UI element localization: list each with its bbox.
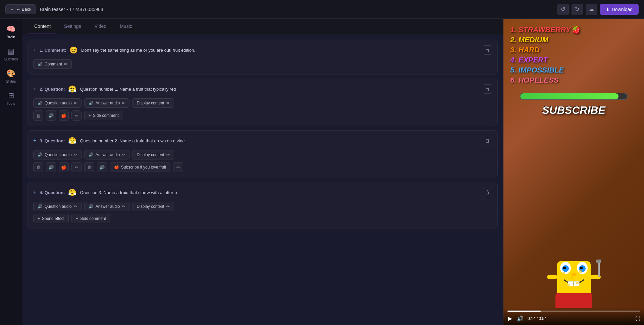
item-3-delete-button[interactable]: 🗑 [483,136,492,145]
comment-audio-icon: 🔊 [38,62,43,66]
tabs-bar: Content Settings Video Music [22,19,503,34]
item-1-text: Don't say the same thing as me or you ar… [81,48,479,53]
item-3-pencil-button-b[interactable]: ✏ [173,162,183,172]
item-2-header: + 2. Question: 😤 Question number 1. Name… [33,84,492,94]
item-4-sound-effect-button[interactable]: + Sound effect [33,214,69,223]
q-audio-edit-icon: ✏ [74,101,77,105]
item-3-row2: 🗑 🔊 🍎 ✏ 🗑 🔊 🍎 Subscribe if you love frui… [33,162,492,172]
item-1-block: + 1. Comment: 😊 Don't say the same thing… [28,40,498,75]
item-3-trash-button-b[interactable]: 🗑 [84,162,94,172]
redo-icon[interactable]: ↻ [572,4,583,15]
a-audio-label: Answer audio [96,101,120,105]
subscribe-emoji-icon: 🍎 [114,165,119,170]
comment-audio-button[interactable]: 🔊 Comment ✏ [33,59,72,69]
back-button[interactable]: ← ← Back [5,4,36,14]
item-3-pencil-button-a[interactable]: ✏ [71,162,82,172]
item-4-text: Question 3. Name a fruid that startw wit… [80,190,479,195]
side-comment-label-2: Side comment [93,113,119,118]
item-3-subscribe-button[interactable]: 🍎 Subscribe if you love fruit [110,162,170,172]
topbar: ← ← Back Brain teaser - 1724476035964 ↺ … [0,0,644,19]
content-scroll[interactable]: + 1. Comment: 😊 Don't say the same thing… [22,34,503,325]
item-2-answer-audio-button[interactable]: 🔊 Answer audio ✏ [84,98,130,108]
q-audio-edit-4: ✏ [74,204,77,209]
a-audio-edit-4: ✏ [122,204,125,209]
cloud-icon[interactable]: ☁ [586,4,597,15]
spongebob-svg [547,241,601,308]
svg-point-19 [576,282,579,284]
item-1-add-icon[interactable]: + [33,47,36,53]
display-content-label-3: Display content [137,152,164,157]
difficulty-item-2: 2. MEDIUM [510,36,580,44]
item-2-add-icon[interactable]: + [33,86,36,92]
content-area: Content Settings Video Music + 1. Commen… [22,19,503,325]
item-4-label: 4. Question: [40,190,65,195]
play-button[interactable]: ▶ [507,315,513,322]
item-2-question-audio-button[interactable]: 🔊 Question audio ✏ [33,98,82,108]
subscribe-text: SUBSCRIBE [510,104,637,117]
item-4-display-content-button[interactable]: Display content ✏ [132,202,174,211]
item-4-question-audio-button[interactable]: 🔊 Question audio ✏ [33,202,82,211]
a-audio-icon: 🔊 [89,101,94,105]
item-2-pencil-button[interactable]: ✏ [71,110,82,121]
item-4-side-comment-button[interactable]: + Side comment [71,214,110,223]
item-2-sound-button[interactable]: 🔊 [46,110,56,121]
difficulty-item-1: 1. STRAWBERRY🍓 [510,26,580,34]
volume-button[interactable]: 🔊 [516,315,524,322]
item-3-sound-button-a[interactable]: 🔊 [46,162,56,172]
download-button[interactable]: ⬇ Download [600,4,639,15]
svg-rect-14 [596,260,601,263]
sound-effect-plus-icon: + [38,216,40,221]
item-2-display-content-button[interactable]: Display content ✏ [132,98,174,108]
back-arrow-icon: ← [10,7,14,12]
a-audio-edit-icon: ✏ [122,101,125,105]
a-audio-label-4: Answer audio [96,204,120,209]
video-content: 1. STRAWBERRY🍓 2. MEDIUM 3. HARD 4. EXPE… [503,19,644,325]
item-3-add-icon[interactable]: + [33,138,36,144]
difficulty-list: 1. STRAWBERRY🍓 2. MEDIUM 3. HARD 4. EXPE… [510,26,580,86]
item-2-side-comment-button[interactable]: + Side comment [84,111,123,120]
sidebar-item-styles[interactable]: 🎨 Styles [2,66,20,87]
a-audio-label-3: Answer audio [96,152,120,157]
q-audio-edit-3: ✏ [74,152,77,157]
sound-effect-label: Sound effect [42,216,64,221]
item-3-emoji: 😤 [68,137,76,145]
preview-panel: 1. STRAWBERRY🍓 2. MEDIUM 3. HARD 4. EXPE… [503,19,644,325]
item-1-actions: 🔊 Comment ✏ [33,59,492,69]
tab-music[interactable]: Music [113,19,139,34]
display-content-edit-3: ✏ [166,152,170,157]
svg-rect-11 [547,275,557,279]
item-3-sound-button-b[interactable]: 🔊 [97,162,107,172]
tab-video[interactable]: Video [88,19,113,34]
item-3-display-content-button[interactable]: Display content ✏ [132,150,174,159]
q-audio-label-4: Question audio [45,204,72,209]
item-4-add-icon[interactable]: + [33,189,36,195]
item-2-emoji-button[interactable]: 🍎 [59,110,69,121]
item-4-answer-audio-button[interactable]: 🔊 Answer audio ✏ [84,202,130,211]
progress-bar-fill [520,93,619,99]
styles-icon: 🎨 [6,69,15,78]
svg-point-16 [571,277,573,279]
item-1-delete-button[interactable]: 🗑 [483,45,492,55]
sidebar-item-tools[interactable]: ⊞ Tools [2,88,20,109]
item-3-label: 3. Question: [40,138,65,143]
tab-content[interactable]: Content [28,19,57,34]
q-audio-icon: 🔊 [38,101,43,105]
back-label: ← Back [16,7,32,12]
q-audio-icon-3: 🔊 [38,152,43,157]
video-progress-track[interactable] [507,311,640,312]
item-2-delete-button[interactable]: 🗑 [483,84,492,94]
item-2-label: 2. Question: [40,87,65,92]
item-3-trash-button-a[interactable]: 🗑 [33,162,43,172]
item-2-trash-button[interactable]: 🗑 [33,110,43,121]
sidebar-item-subtitles[interactable]: ▤ Subtitles [2,44,20,64]
display-content-label-4: Display content [137,204,164,209]
fullscreen-button[interactable]: ⛶ [635,316,640,321]
undo-icon[interactable]: ↺ [557,4,569,15]
item-4-delete-button[interactable]: 🗑 [483,188,492,197]
item-3-answer-audio-button[interactable]: 🔊 Answer audio ✏ [84,150,130,159]
tab-settings[interactable]: Settings [57,19,88,34]
sidebar-item-brain[interactable]: 🧠 Brain [2,21,20,42]
item-3-emoji-button-a[interactable]: 🍎 [59,162,69,172]
item-3-question-audio-button[interactable]: 🔊 Question audio ✏ [33,150,82,159]
item-2-row2: 🗑 🔊 🍎 ✏ + Side comment [33,110,492,121]
